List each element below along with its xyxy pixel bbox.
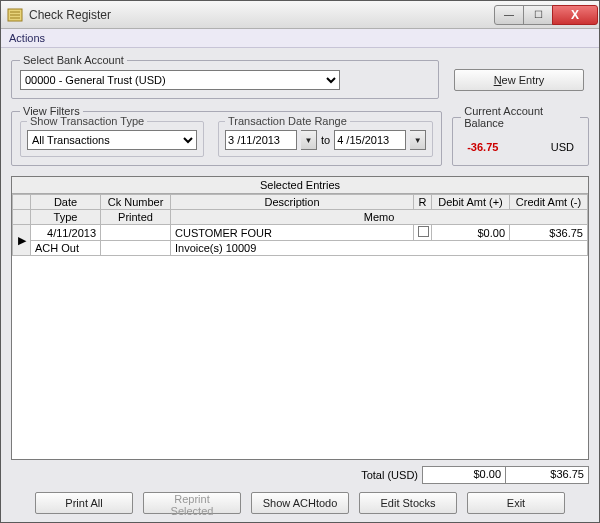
balance-group: Current Account Balance -36.75 USD bbox=[452, 105, 589, 166]
date-to-word: to bbox=[321, 134, 330, 146]
app-icon bbox=[7, 7, 23, 23]
menubar: Actions bbox=[1, 29, 599, 48]
button-row: Print All Reprint Selected Show ACHtodo … bbox=[11, 492, 589, 514]
balance-legend: Current Account Balance bbox=[461, 105, 580, 129]
edit-stocks-button[interactable]: Edit Stocks bbox=[359, 492, 457, 514]
grid-header-2: Type Printed Memo bbox=[13, 210, 588, 225]
entries-grid: Selected Entries Date Ck Number Descript… bbox=[11, 176, 589, 460]
date-from-dropdown-icon[interactable]: ▼ bbox=[301, 130, 317, 150]
window-buttons: — ☐ X bbox=[495, 5, 598, 25]
grid-title: Selected Entries bbox=[12, 177, 588, 194]
close-button[interactable]: X bbox=[552, 5, 598, 25]
date-range-group: Transaction Date Range ▼ to ▼ bbox=[218, 121, 433, 157]
totals-row: Total (USD) $0.00 $36.75 bbox=[11, 466, 589, 484]
hdr-credit[interactable]: Credit Amt (-) bbox=[510, 195, 588, 210]
titlebar: Check Register — ☐ X bbox=[1, 1, 599, 29]
reconciled-checkbox[interactable] bbox=[418, 226, 429, 237]
reprint-selected-button: Reprint Selected bbox=[143, 492, 241, 514]
hdr-date[interactable]: Date bbox=[31, 195, 101, 210]
table-row[interactable]: ACH Out Invoice(s) 10009 bbox=[13, 241, 588, 256]
view-filters-group: View Filters Show Transaction Type All T… bbox=[11, 105, 442, 166]
date-range-label: Transaction Date Range bbox=[225, 115, 350, 127]
new-entry-button[interactable]: New Entry bbox=[454, 69, 584, 91]
minimize-button[interactable]: — bbox=[494, 5, 524, 25]
grid-empty-area bbox=[12, 256, 588, 459]
bank-account-select[interactable]: 00000 - General Trust (USD) bbox=[20, 70, 340, 90]
cell-debit[interactable]: $0.00 bbox=[432, 225, 510, 241]
transaction-type-select[interactable]: All Transactions bbox=[27, 130, 197, 150]
cell-memo[interactable]: Invoice(s) 10009 bbox=[171, 241, 588, 256]
totals-label: Total (USD) bbox=[361, 469, 418, 481]
cell-desc[interactable]: CUSTOMER FOUR bbox=[171, 225, 414, 241]
hdr-memo[interactable]: Memo bbox=[171, 210, 588, 225]
grid-table: Date Ck Number Description R Debit Amt (… bbox=[12, 194, 588, 256]
hdr-printed[interactable]: Printed bbox=[101, 210, 171, 225]
date-to-dropdown-icon[interactable]: ▼ bbox=[410, 130, 426, 150]
print-all-button[interactable]: Print All bbox=[35, 492, 133, 514]
window-title: Check Register bbox=[29, 8, 495, 22]
exit-button[interactable]: Exit bbox=[467, 492, 565, 514]
bank-account-group: Select Bank Account 00000 - General Trus… bbox=[11, 54, 439, 99]
show-achtodo-button[interactable]: Show ACHtodo bbox=[251, 492, 349, 514]
table-row[interactable]: ▶ 4/11/2013 CUSTOMER FOUR $0.00 $36.75 bbox=[13, 225, 588, 241]
balance-currency: USD bbox=[551, 141, 574, 153]
date-to-input[interactable] bbox=[334, 130, 406, 150]
grid-header-1: Date Ck Number Description R Debit Amt (… bbox=[13, 195, 588, 210]
show-type-label: Show Transaction Type bbox=[27, 115, 147, 127]
balance-value: -36.75 bbox=[467, 141, 498, 153]
cell-credit[interactable]: $36.75 bbox=[510, 225, 588, 241]
footer: Total (USD) $0.00 $36.75 Print All Repri… bbox=[11, 466, 589, 514]
total-debit: $0.00 bbox=[422, 466, 506, 484]
hdr-ck[interactable]: Ck Number bbox=[101, 195, 171, 210]
cell-date[interactable]: 4/11/2013 bbox=[31, 225, 101, 241]
hdr-type[interactable]: Type bbox=[31, 210, 101, 225]
row-pointer-icon: ▶ bbox=[13, 225, 31, 256]
window: Check Register — ☐ X Actions Select Bank… bbox=[0, 0, 600, 523]
maximize-button[interactable]: ☐ bbox=[523, 5, 553, 25]
cell-printed[interactable] bbox=[101, 241, 171, 256]
total-credit: $36.75 bbox=[505, 466, 589, 484]
cell-type[interactable]: ACH Out bbox=[31, 241, 101, 256]
cell-ck[interactable] bbox=[101, 225, 171, 241]
show-type-group: Show Transaction Type All Transactions bbox=[20, 121, 204, 157]
hdr-r[interactable]: R bbox=[414, 195, 432, 210]
hdr-desc[interactable]: Description bbox=[171, 195, 414, 210]
bank-account-legend: Select Bank Account bbox=[20, 54, 127, 66]
date-from-input[interactable] bbox=[225, 130, 297, 150]
hdr-debit[interactable]: Debit Amt (+) bbox=[432, 195, 510, 210]
content: Select Bank Account 00000 - General Trus… bbox=[1, 48, 599, 522]
cell-r[interactable] bbox=[414, 225, 432, 241]
menu-actions[interactable]: Actions bbox=[9, 32, 45, 44]
